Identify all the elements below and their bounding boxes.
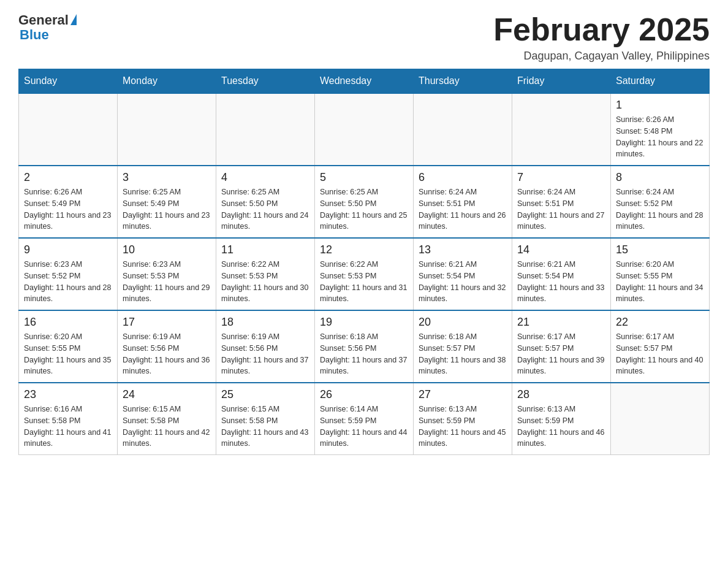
calendar-cell-w1-d6: 1Sunrise: 6:26 AM Sunset: 5:48 PM Daylig… xyxy=(611,93,710,166)
day-info: Sunrise: 6:26 AM Sunset: 5:48 PM Dayligh… xyxy=(616,114,704,160)
day-number: 2 xyxy=(24,171,112,184)
calendar-cell-w4-d6: 22Sunrise: 6:17 AM Sunset: 5:57 PM Dayli… xyxy=(611,310,710,383)
week-row-2: 2Sunrise: 6:26 AM Sunset: 5:49 PM Daylig… xyxy=(19,166,710,238)
day-info: Sunrise: 6:24 AM Sunset: 5:52 PM Dayligh… xyxy=(616,186,704,232)
calendar-cell-w1-d5 xyxy=(512,93,611,166)
day-info: Sunrise: 6:18 AM Sunset: 5:57 PM Dayligh… xyxy=(419,331,507,377)
calendar-cell-w4-d3: 19Sunrise: 6:18 AM Sunset: 5:56 PM Dayli… xyxy=(315,310,414,383)
day-info: Sunrise: 6:17 AM Sunset: 5:57 PM Dayligh… xyxy=(616,331,704,377)
col-thursday: Thursday xyxy=(414,69,512,94)
calendar-cell-w5-d2: 25Sunrise: 6:15 AM Sunset: 5:58 PM Dayli… xyxy=(216,383,315,455)
week-row-3: 9Sunrise: 6:23 AM Sunset: 5:52 PM Daylig… xyxy=(19,238,710,310)
day-info: Sunrise: 6:19 AM Sunset: 5:56 PM Dayligh… xyxy=(123,331,211,377)
calendar-cell-w5-d0: 23Sunrise: 6:16 AM Sunset: 5:58 PM Dayli… xyxy=(19,383,118,455)
day-number: 13 xyxy=(419,243,507,256)
logo: General Blue xyxy=(18,12,77,43)
day-info: Sunrise: 6:13 AM Sunset: 5:59 PM Dayligh… xyxy=(517,404,605,450)
day-number: 28 xyxy=(517,388,605,401)
day-info: Sunrise: 6:25 AM Sunset: 5:50 PM Dayligh… xyxy=(221,186,309,232)
day-number: 14 xyxy=(517,243,605,256)
day-info: Sunrise: 6:17 AM Sunset: 5:57 PM Dayligh… xyxy=(517,331,605,377)
month-title: February 2025 xyxy=(493,12,710,47)
day-number: 9 xyxy=(24,243,112,256)
calendar-cell-w1-d3 xyxy=(315,93,414,166)
calendar-cell-w4-d1: 17Sunrise: 6:19 AM Sunset: 5:56 PM Dayli… xyxy=(118,310,216,383)
day-info: Sunrise: 6:23 AM Sunset: 5:53 PM Dayligh… xyxy=(123,259,211,305)
day-info: Sunrise: 6:13 AM Sunset: 5:59 PM Dayligh… xyxy=(419,404,507,450)
day-info: Sunrise: 6:22 AM Sunset: 5:53 PM Dayligh… xyxy=(320,259,408,305)
calendar-cell-w5-d3: 26Sunrise: 6:14 AM Sunset: 5:59 PM Dayli… xyxy=(315,383,414,455)
calendar-cell-w4-d5: 21Sunrise: 6:17 AM Sunset: 5:57 PM Dayli… xyxy=(512,310,611,383)
day-info: Sunrise: 6:16 AM Sunset: 5:58 PM Dayligh… xyxy=(24,404,112,450)
day-info: Sunrise: 6:25 AM Sunset: 5:49 PM Dayligh… xyxy=(123,186,211,232)
calendar-cell-w3-d4: 13Sunrise: 6:21 AM Sunset: 5:54 PM Dayli… xyxy=(414,238,512,310)
calendar-cell-w5-d5: 28Sunrise: 6:13 AM Sunset: 5:59 PM Dayli… xyxy=(512,383,611,455)
day-number: 15 xyxy=(616,243,704,256)
day-number: 6 xyxy=(419,171,507,184)
day-number: 11 xyxy=(221,243,309,256)
calendar-cell-w5-d1: 24Sunrise: 6:15 AM Sunset: 5:58 PM Dayli… xyxy=(118,383,216,455)
calendar-cell-w4-d0: 16Sunrise: 6:20 AM Sunset: 5:55 PM Dayli… xyxy=(19,310,118,383)
col-saturday: Saturday xyxy=(611,69,710,94)
day-info: Sunrise: 6:21 AM Sunset: 5:54 PM Dayligh… xyxy=(419,259,507,305)
calendar-cell-w3-d1: 10Sunrise: 6:23 AM Sunset: 5:53 PM Dayli… xyxy=(118,238,216,310)
day-info: Sunrise: 6:14 AM Sunset: 5:59 PM Dayligh… xyxy=(320,404,408,450)
calendar-cell-w5-d4: 27Sunrise: 6:13 AM Sunset: 5:59 PM Dayli… xyxy=(414,383,512,455)
day-number: 5 xyxy=(320,171,408,184)
calendar-cell-w2-d1: 3Sunrise: 6:25 AM Sunset: 5:49 PM Daylig… xyxy=(118,166,216,238)
day-number: 4 xyxy=(221,171,309,184)
day-info: Sunrise: 6:24 AM Sunset: 5:51 PM Dayligh… xyxy=(517,186,605,232)
col-tuesday: Tuesday xyxy=(216,69,315,94)
day-number: 18 xyxy=(221,316,309,329)
day-info: Sunrise: 6:15 AM Sunset: 5:58 PM Dayligh… xyxy=(123,404,211,450)
col-wednesday: Wednesday xyxy=(315,69,414,94)
day-info: Sunrise: 6:20 AM Sunset: 5:55 PM Dayligh… xyxy=(24,331,112,377)
day-info: Sunrise: 6:25 AM Sunset: 5:50 PM Dayligh… xyxy=(320,186,408,232)
day-number: 27 xyxy=(419,388,507,401)
title-section: February 2025 Dagupan, Cagayan Valley, P… xyxy=(493,12,710,63)
calendar-cell-w1-d4 xyxy=(414,93,512,166)
day-number: 12 xyxy=(320,243,408,256)
calendar-cell-w3-d6: 15Sunrise: 6:20 AM Sunset: 5:55 PM Dayli… xyxy=(611,238,710,310)
calendar-cell-w3-d3: 12Sunrise: 6:22 AM Sunset: 5:53 PM Dayli… xyxy=(315,238,414,310)
week-row-1: 1Sunrise: 6:26 AM Sunset: 5:48 PM Daylig… xyxy=(19,93,710,166)
day-number: 3 xyxy=(123,171,211,184)
day-info: Sunrise: 6:22 AM Sunset: 5:53 PM Dayligh… xyxy=(221,259,309,305)
day-number: 24 xyxy=(123,388,211,401)
location-subtitle: Dagupan, Cagayan Valley, Philippines xyxy=(493,50,710,63)
calendar-cell-w2-d3: 5Sunrise: 6:25 AM Sunset: 5:50 PM Daylig… xyxy=(315,166,414,238)
day-number: 19 xyxy=(320,316,408,329)
col-friday: Friday xyxy=(512,69,611,94)
calendar-cell-w2-d5: 7Sunrise: 6:24 AM Sunset: 5:51 PM Daylig… xyxy=(512,166,611,238)
calendar-cell-w1-d0 xyxy=(19,93,118,166)
day-info: Sunrise: 6:18 AM Sunset: 5:56 PM Dayligh… xyxy=(320,331,408,377)
calendar-cell-w5-d6 xyxy=(611,383,710,455)
page-header: General Blue February 2025 Dagupan, Caga… xyxy=(18,12,710,63)
calendar-cell-w3-d0: 9Sunrise: 6:23 AM Sunset: 5:52 PM Daylig… xyxy=(19,238,118,310)
calendar-cell-w2-d0: 2Sunrise: 6:26 AM Sunset: 5:49 PM Daylig… xyxy=(19,166,118,238)
week-row-4: 16Sunrise: 6:20 AM Sunset: 5:55 PM Dayli… xyxy=(19,310,710,383)
day-number: 22 xyxy=(616,316,704,329)
logo-general-text: General xyxy=(18,12,69,28)
week-row-5: 23Sunrise: 6:16 AM Sunset: 5:58 PM Dayli… xyxy=(19,383,710,455)
day-info: Sunrise: 6:21 AM Sunset: 5:54 PM Dayligh… xyxy=(517,259,605,305)
day-number: 26 xyxy=(320,388,408,401)
day-number: 16 xyxy=(24,316,112,329)
day-number: 8 xyxy=(616,171,704,184)
day-number: 23 xyxy=(24,388,112,401)
day-info: Sunrise: 6:26 AM Sunset: 5:49 PM Dayligh… xyxy=(24,186,112,232)
day-info: Sunrise: 6:20 AM Sunset: 5:55 PM Dayligh… xyxy=(616,259,704,305)
day-info: Sunrise: 6:19 AM Sunset: 5:56 PM Dayligh… xyxy=(221,331,309,377)
logo-blue-text: Blue xyxy=(18,27,49,43)
calendar-cell-w3-d5: 14Sunrise: 6:21 AM Sunset: 5:54 PM Dayli… xyxy=(512,238,611,310)
day-info: Sunrise: 6:24 AM Sunset: 5:51 PM Dayligh… xyxy=(419,186,507,232)
day-info: Sunrise: 6:15 AM Sunset: 5:58 PM Dayligh… xyxy=(221,404,309,450)
day-number: 10 xyxy=(123,243,211,256)
calendar-cell-w1-d2 xyxy=(216,93,315,166)
day-number: 1 xyxy=(616,99,704,112)
calendar-table: Sunday Monday Tuesday Wednesday Thursday… xyxy=(18,69,710,455)
calendar-cell-w3-d2: 11Sunrise: 6:22 AM Sunset: 5:53 PM Dayli… xyxy=(216,238,315,310)
col-monday: Monday xyxy=(118,69,216,94)
day-number: 21 xyxy=(517,316,605,329)
col-sunday: Sunday xyxy=(19,69,118,94)
